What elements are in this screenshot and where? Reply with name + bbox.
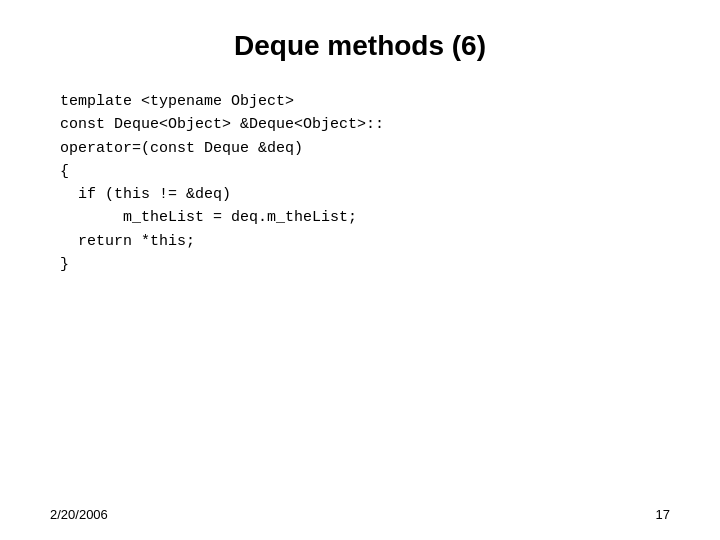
footer-page: 17 [656, 507, 670, 522]
code-line-7: return *this; [60, 230, 670, 253]
code-line-8: } [60, 253, 670, 276]
slide-footer: 2/20/2006 17 [50, 507, 670, 522]
code-line-1: template <typename Object> [60, 90, 670, 113]
code-line-6: m_theList = deq.m_theList; [60, 206, 670, 229]
code-line-4: { [60, 160, 670, 183]
code-line-2: const Deque<Object> &Deque<Object>:: [60, 113, 670, 136]
slide-title: Deque methods (6) [50, 30, 670, 62]
code-line-3: operator=(const Deque &deq) [60, 137, 670, 160]
slide: Deque methods (6) template <typename Obj… [0, 0, 720, 540]
code-line-5: if (this != &deq) [60, 183, 670, 206]
footer-date: 2/20/2006 [50, 507, 108, 522]
code-block: template <typename Object> const Deque<O… [60, 90, 670, 276]
